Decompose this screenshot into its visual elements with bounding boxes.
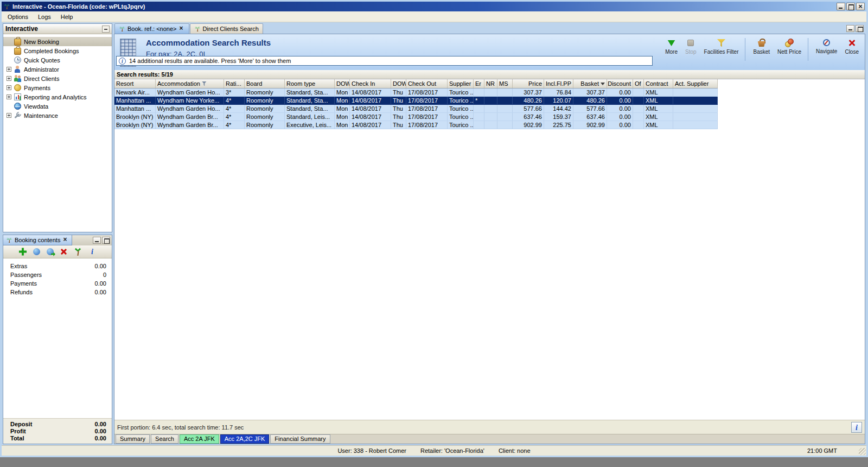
collapse-panel-button[interactable] (102, 26, 110, 33)
info-icon (119, 58, 126, 65)
navigate-button[interactable]: Navigate (812, 37, 841, 55)
search-tab[interactable]: Search (151, 434, 178, 444)
column-header-accommodation[interactable]: Accommodation (156, 79, 224, 88)
expand-icon[interactable] (7, 94, 11, 99)
info-button[interactable] (88, 248, 97, 256)
sidebar-item-quick-quotes[interactable]: Quick Quotes (3, 55, 112, 65)
cell-discount: 0.00 (607, 105, 633, 112)
cell-room-type: Standard, Sta... (285, 97, 335, 104)
panel-minimize-button[interactable] (93, 237, 101, 244)
cell-basket: 307.37 (573, 89, 607, 96)
column-header-nr[interactable]: NR (484, 79, 497, 88)
sidebar-item-new-booking[interactable]: New Booking (3, 37, 112, 46)
documents-restore-button[interactable] (856, 25, 864, 32)
cell-nr (484, 97, 497, 104)
cell-check-in: 14/08/2017 (350, 97, 391, 104)
help-menu[interactable]: Help (56, 12, 78, 21)
column-header-dow[interactable]: DOW (391, 79, 406, 88)
close-panel-icon[interactable] (62, 237, 69, 244)
expand-icon[interactable] (7, 67, 11, 72)
stop-button[interactable]: Stop (681, 37, 700, 56)
sidebar-item-label: Maintenance (24, 112, 58, 119)
close-button[interactable]: Close (841, 37, 863, 56)
column-header-price[interactable]: Price (513, 79, 544, 88)
result-row[interactable]: Manhattan ...Wyndham Garden Ho...4*Roomo… (114, 105, 718, 113)
expand-icon[interactable] (7, 113, 11, 118)
column-header-discount[interactable]: Discount (607, 79, 633, 88)
sidebar-item-label: Reporting and Analytics (24, 94, 87, 100)
column-header-resort[interactable]: Resort (114, 79, 156, 88)
column-header-check-out[interactable]: Check Out (406, 79, 448, 88)
cell-supplier: Tourico ... (448, 97, 474, 104)
financial-summary-tab[interactable]: Financial Summary (270, 434, 330, 444)
options-menu[interactable]: Options (3, 12, 33, 21)
transfer-button[interactable] (74, 248, 82, 256)
export-button[interactable] (47, 248, 54, 255)
nett-price-button[interactable]: Nett Price (774, 37, 805, 56)
column-header-act-supplier[interactable]: Act. Supplier (673, 79, 718, 88)
payments-icon (14, 84, 21, 91)
column-header-er[interactable]: Er (474, 79, 484, 88)
sidebar-item-label: Completed Bookings (24, 48, 79, 54)
column-header-basket[interactable]: Basket (573, 79, 607, 88)
logs-menu[interactable]: Logs (33, 12, 56, 21)
sidebar-item-direct-clients[interactable]: Direct Clients (3, 74, 112, 83)
tab-close-icon[interactable] (179, 26, 185, 33)
direct-clients-search-tab[interactable]: Direct Clients Search (190, 23, 263, 34)
cell-accommodation: Wyndham New Yorke... (156, 97, 224, 104)
delete-button[interactable] (60, 248, 68, 256)
result-row[interactable]: Newark Air...Wyndham Garden Ho...3*Roomo… (114, 89, 718, 97)
sidebar-item-maintenance[interactable]: Maintenance (3, 111, 112, 120)
column-header-ms[interactable]: MS (497, 79, 513, 88)
viewdata-icon (14, 103, 21, 110)
resize-grip[interactable] (859, 448, 866, 455)
acc-2a-2c-jfk-tab[interactable]: Acc 2A,2C JFK (220, 434, 270, 444)
documents-minimize-button[interactable] (846, 25, 854, 32)
add-button[interactable] (18, 248, 27, 256)
cell-rati: 3* (224, 89, 245, 96)
window-close-button[interactable] (856, 3, 865, 10)
web-button[interactable] (33, 248, 40, 255)
facilities-filter-button[interactable]: Facilities Filter (700, 37, 743, 56)
main-panel: Book. ref.: <none> Direct Clients Search (114, 23, 865, 444)
column-header-board[interactable]: Board (245, 79, 285, 88)
window-minimize-button[interactable] (837, 3, 845, 10)
cell-contract: XML (644, 113, 673, 121)
column-header-of[interactable]: Of (633, 79, 644, 88)
cell-act-supplier (673, 113, 718, 121)
booking-contents-tab[interactable]: Booking contents (3, 235, 72, 245)
panel-restore-button[interactable] (102, 237, 110, 244)
more-button[interactable]: More (661, 37, 681, 56)
column-header-supplier[interactable]: Supplier (448, 79, 474, 88)
basket-button[interactable]: Basket (749, 37, 774, 56)
cell-er (474, 121, 484, 129)
cell-resort: Brooklyn (NY) (114, 113, 156, 121)
window-maximize-button[interactable] (846, 3, 855, 10)
book-ref-none-tab[interactable]: Book. ref.: <none> (114, 23, 189, 34)
result-row[interactable]: Brooklyn (NY)Wyndham Garden Br...4*Roomo… (114, 113, 718, 121)
info-button[interactable] (851, 422, 862, 433)
column-header-room-type[interactable]: Room type (285, 79, 335, 88)
cell-resort: Manhattan ... (114, 97, 156, 104)
column-header-check-in[interactable]: Check In (350, 79, 391, 88)
sidebar-item-payments[interactable]: Payments (3, 83, 112, 92)
expand-icon[interactable] (7, 85, 11, 90)
summary-tab[interactable]: Summary (116, 434, 150, 444)
result-row[interactable]: Brooklyn (NY)Wyndham Garden Br...4*Roomo… (114, 121, 718, 129)
sidebar-item-viewdata[interactable]: Viewdata (3, 102, 112, 111)
column-header-rati[interactable]: Rati... (224, 79, 245, 88)
booking-contents-title: Booking contents (15, 237, 60, 243)
cell-act-supplier (673, 97, 718, 104)
expand-icon[interactable] (7, 76, 11, 81)
column-header-contract[interactable]: Contract (644, 79, 673, 88)
cell-discount: 0.00 (607, 97, 633, 104)
column-header-incl-fl-pp[interactable]: Incl.Fl.PP (544, 79, 573, 88)
filter-icon[interactable] (202, 81, 207, 86)
sidebar-item-reporting-and-analytics[interactable]: Reporting and Analytics (3, 92, 112, 102)
sidebar-item-completed-bookings[interactable]: Completed Bookings (3, 46, 112, 55)
acc-2a-jfk-tab[interactable]: Acc 2A JFK (180, 434, 219, 444)
sidebar-item-administrator[interactable]: Administrator (3, 65, 112, 74)
result-row-selected[interactable]: Manhattan ...Wyndham New Yorke...4*Roomo… (114, 97, 718, 105)
totals-row: Deposit 0.00 (3, 420, 112, 427)
column-header-dow[interactable]: DOW (335, 79, 350, 88)
